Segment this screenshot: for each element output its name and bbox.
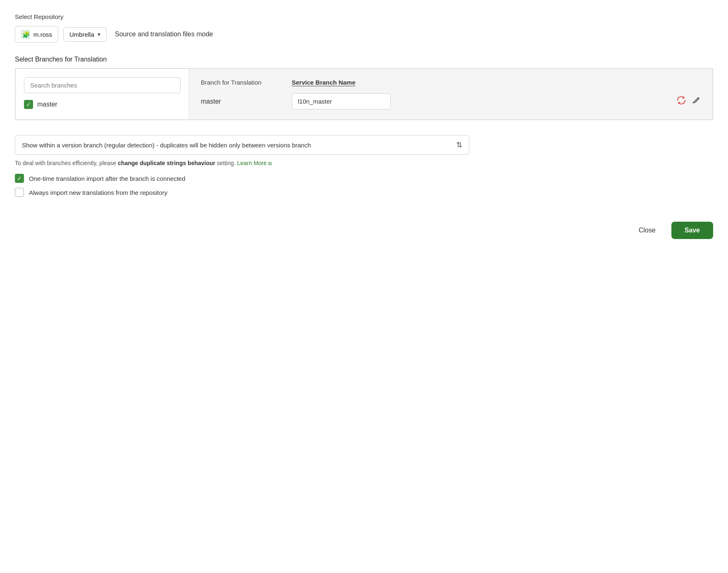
branch-checkbox-master[interactable]: ✓ [24, 100, 33, 109]
version-dropdown[interactable]: Show within a version branch (regular de… [15, 135, 469, 155]
external-link-icon: ⧉ [268, 161, 272, 166]
puzzle-icon: 🧩 [21, 30, 30, 39]
footer-row: Close Save [15, 222, 713, 239]
user-name: m.ross [33, 31, 52, 38]
hint-text: To deal with branches efficiently, pleas… [15, 160, 713, 166]
hint-prefix: To deal with branches efficiently, pleas… [15, 160, 118, 166]
service-branch-name-header: Service Branch Name [292, 79, 701, 86]
version-dropdown-label: Show within a version branch (regular de… [22, 142, 311, 149]
left-panel: ✓ master [16, 69, 189, 119]
sync-icon[interactable] [676, 95, 687, 108]
hint-suffix: setting. [215, 160, 236, 166]
learn-more-text: Learn More [237, 160, 267, 166]
branch-for-translation-header: Branch for Translation [201, 79, 292, 86]
close-button[interactable]: Close [631, 223, 663, 238]
branches-wrapper: ✓ master Branch for Translation Service … [15, 68, 713, 120]
branches-container: ✓ master Branch for Translation Service … [15, 69, 713, 120]
dropdown-row: Show within a version branch (regular de… [15, 135, 713, 155]
repo-name: Umbrella [69, 31, 94, 38]
option-row-1: ✓ One-time translation import after the … [15, 174, 713, 183]
branches-section: Select Branches for Translation ✓ master… [15, 56, 713, 120]
option-checkbox-2[interactable] [15, 188, 24, 197]
option-label-1: One-time translation import after the br… [29, 175, 186, 182]
checkmark-icon: ✓ [26, 102, 31, 107]
hint-bold: change duplicate strings behaviour [118, 160, 215, 166]
user-badge: 🧩 m.ross [15, 26, 58, 43]
edit-icon[interactable] [692, 96, 701, 107]
select-repo-label: Select Repository [15, 13, 713, 20]
checkmark-icon-1: ✓ [17, 175, 22, 181]
page-header: Select Repository 🧩 m.ross Umbrella ▾ So… [15, 13, 713, 43]
service-name-input[interactable] [292, 93, 391, 109]
mode-text: Source and translation files mode [115, 31, 213, 38]
repo-dropdown[interactable]: Umbrella ▾ [63, 27, 107, 42]
branch-name-cell: master [201, 98, 292, 105]
learn-more-link[interactable]: Learn More ⧉ [237, 160, 272, 166]
branch-item-master[interactable]: ✓ master [24, 100, 181, 109]
option-label-2: Always import new translations from the … [29, 189, 167, 196]
branch-name-master: master [37, 101, 57, 108]
right-header: Branch for Translation Service Branch Na… [201, 79, 701, 86]
chevron-down-icon: ▾ [98, 31, 100, 38]
top-row: 🧩 m.ross Umbrella ▾ Source and translati… [15, 26, 713, 43]
svg-text:🧩: 🧩 [22, 31, 30, 38]
sort-icon: ⇅ [456, 140, 462, 149]
right-panel: Branch for Translation Service Branch Na… [189, 69, 712, 119]
right-row-master: master [201, 93, 701, 109]
search-input[interactable] [24, 77, 181, 93]
option-row-2: Always import new translations from the … [15, 188, 713, 197]
bottom-section: Show within a version branch (regular de… [15, 135, 713, 197]
branches-section-label: Select Branches for Translation [15, 56, 713, 68]
save-button[interactable]: Save [671, 222, 713, 239]
option-checkbox-1[interactable]: ✓ [15, 174, 24, 183]
